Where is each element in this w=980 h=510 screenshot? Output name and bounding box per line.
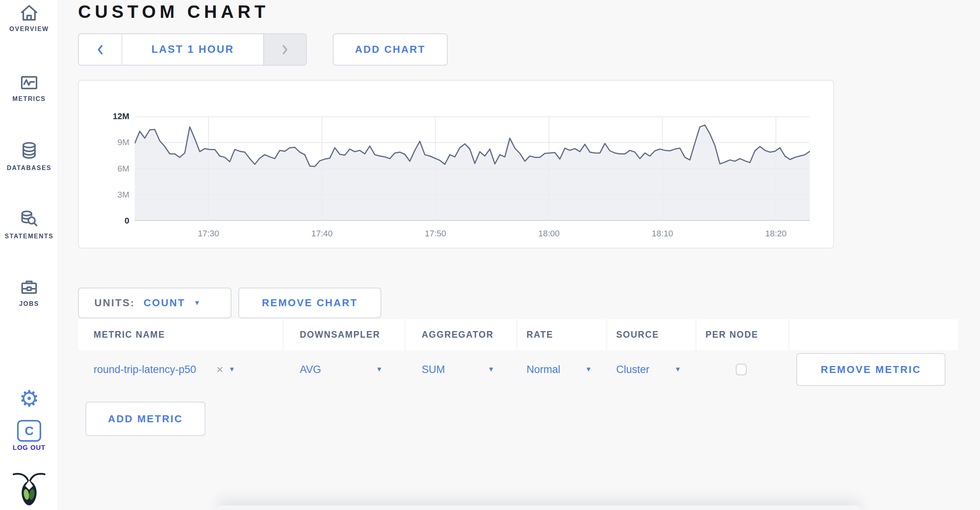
- y-tick-label: 6M: [117, 164, 129, 174]
- column-header-metric-name: METRIC NAME: [78, 319, 282, 350]
- metric-name-dropdown[interactable]: round-trip-latency-p50: [94, 364, 196, 376]
- chart-plot[interactable]: [135, 116, 810, 221]
- column-header-actions: [790, 319, 958, 350]
- chevron-right-icon: [282, 44, 288, 55]
- metric-name-cell: round-trip-latency-p50 × ▼: [78, 350, 282, 389]
- toolbar: LAST 1 HOUR ADD CHART: [78, 33, 980, 66]
- gear-icon: ⚙: [0, 387, 58, 410]
- main-content: CUSTOM CHART LAST 1 HOUR ADD CHART 03M6M…: [58, 0, 980, 510]
- chevron-down-icon: ▼: [376, 366, 382, 373]
- sidebar-item-label: METRICS: [0, 95, 58, 102]
- x-tick-label: 17:40: [311, 229, 333, 239]
- chevron-down-icon: ▼: [194, 299, 202, 307]
- column-header-aggregator: AGGREGATOR: [406, 319, 516, 350]
- time-range-next-button[interactable]: [263, 34, 306, 65]
- per-node-cell: [697, 350, 788, 389]
- x-tick-label: 17:30: [198, 229, 219, 239]
- sidebar-item-overview[interactable]: OVERVIEW: [0, 4, 58, 33]
- home-icon: [20, 4, 38, 22]
- database-icon: [20, 141, 38, 161]
- column-header-per-node: PER NODE: [697, 319, 788, 350]
- metric-table-row: round-trip-latency-p50 × ▼ AVG ▼ SUM ▼ N…: [78, 350, 958, 389]
- y-tick-label: 3M: [117, 190, 129, 200]
- sidebar-item-statements[interactable]: STATEMENTS: [0, 210, 58, 240]
- y-tick-label: 9M: [117, 137, 129, 147]
- chevron-left-icon: [97, 44, 103, 55]
- chart-controls: UNITS: COUNT ▼ REMOVE CHART: [78, 288, 980, 318]
- units-value: COUNT: [144, 297, 185, 309]
- x-tick-label: 18:20: [765, 229, 787, 239]
- sidebar-item-label: OVERVIEW: [0, 26, 58, 33]
- remove-chart-button[interactable]: REMOVE CHART: [238, 288, 381, 318]
- sidebar-item-jobs[interactable]: JOBS: [0, 279, 58, 307]
- sidebar-item-metrics[interactable]: METRICS: [0, 74, 58, 102]
- per-node-checkbox[interactable]: [736, 364, 747, 375]
- remove-metric-button[interactable]: REMOVE METRIC: [796, 353, 945, 386]
- logo-letter: C: [24, 424, 33, 438]
- aggregator-value: SUM: [422, 364, 445, 376]
- settings-button[interactable]: ⚙: [0, 387, 58, 410]
- add-chart-button[interactable]: ADD CHART: [333, 33, 448, 66]
- rate-value: Normal: [526, 364, 560, 376]
- chart-card: 03M6M9M12M 17:3017:4017:5018:0018:1018:2…: [78, 80, 834, 248]
- time-range-prev-button[interactable]: [79, 34, 122, 65]
- sidebar-item-databases[interactable]: DATABASES: [0, 141, 58, 172]
- time-range-label[interactable]: LAST 1 HOUR: [122, 34, 263, 65]
- chevron-down-icon: ▼: [488, 366, 494, 373]
- clear-metric-icon[interactable]: ×: [216, 363, 223, 376]
- column-header-source: SOURCE: [608, 319, 695, 350]
- metrics-table-header: METRIC NAME DOWNSAMPLER AGGREGATOR RATE …: [78, 319, 958, 350]
- statements-icon: [19, 210, 39, 229]
- sidebar-item-label: JOBS: [0, 300, 58, 307]
- rate-dropdown[interactable]: Normal ▼: [518, 350, 606, 389]
- sidebar-item-label: STATEMENTS: [0, 233, 58, 240]
- next-card-top-edge: [217, 505, 860, 510]
- column-header-downsampler: DOWNSAMPLER: [284, 319, 404, 350]
- time-range-selector: LAST 1 HOUR: [78, 33, 307, 66]
- y-tick-label: 12M: [113, 111, 129, 121]
- sidebar-item-label: DATABASES: [0, 165, 58, 172]
- logout-button[interactable]: C LOG OUT: [0, 420, 58, 452]
- latency-chart-svg: [135, 116, 810, 221]
- cockroach-logo: [0, 470, 58, 507]
- units-dropdown[interactable]: UNITS: COUNT ▼: [78, 288, 231, 318]
- add-metric-button[interactable]: ADD METRIC: [85, 402, 205, 436]
- cockroach-c-icon: C: [17, 420, 41, 442]
- x-tick-label: 18:10: [652, 229, 673, 239]
- page-title: CUSTOM CHART: [78, 2, 980, 21]
- actions-cell: REMOVE METRIC: [790, 350, 958, 389]
- source-value: Cluster: [616, 364, 650, 376]
- column-header-rate: RATE: [518, 319, 606, 350]
- units-label: UNITS:: [94, 297, 135, 309]
- logout-label: LOG OUT: [0, 444, 58, 452]
- downsampler-value: AVG: [300, 364, 321, 376]
- y-tick-label: 0: [125, 216, 129, 226]
- downsampler-dropdown[interactable]: AVG ▼: [284, 350, 404, 389]
- x-tick-label: 17:50: [425, 229, 446, 239]
- chevron-down-icon: ▼: [585, 366, 592, 373]
- chevron-down-icon: ▼: [674, 366, 681, 373]
- x-tick-label: 18:00: [538, 229, 560, 239]
- metrics-icon: [20, 74, 38, 92]
- cockroach-bug-icon: [11, 470, 47, 507]
- briefcase-icon: [20, 279, 38, 297]
- aggregator-dropdown[interactable]: SUM ▼: [406, 350, 516, 389]
- source-dropdown[interactable]: Cluster ▼: [608, 350, 695, 389]
- sidebar: OVERVIEW METRICS DATABASES STATEMENTS: [0, 0, 58, 510]
- chevron-down-icon[interactable]: ▼: [229, 366, 235, 373]
